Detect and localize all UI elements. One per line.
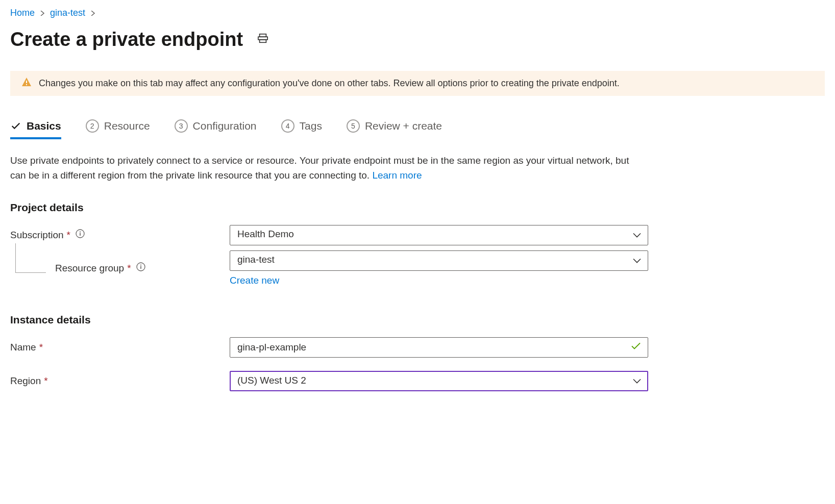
required-indicator: * (39, 342, 43, 353)
tab-description: Use private endpoints to privately conne… (10, 153, 643, 183)
step-number: 5 (347, 119, 360, 133)
svg-rect-10 (140, 266, 141, 269)
chevron-right-icon (90, 9, 95, 17)
warning-text: Changes you make on this tab may affect … (39, 78, 620, 89)
tabs: Basics 2 Resource 3 Configuration 4 Tags… (10, 116, 825, 140)
create-new-link[interactable]: Create new (230, 275, 279, 286)
section-instance-details: Instance details (10, 314, 825, 326)
learn-more-link[interactable]: Learn more (372, 170, 422, 181)
warning-banner: Changes you make on this tab may affect … (10, 71, 825, 96)
tab-review-create[interactable]: 5 Review + create (347, 116, 442, 140)
page-title: Create a private endpoint (10, 29, 243, 51)
required-indicator: * (67, 230, 70, 241)
breadcrumb: Home gina-test (10, 5, 825, 24)
breadcrumb-project[interactable]: gina-test (50, 8, 85, 18)
tab-basics[interactable]: Basics (10, 117, 61, 139)
tab-label: Tags (300, 120, 322, 132)
page-title-row: Create a private endpoint (10, 24, 825, 66)
svg-rect-3 (26, 81, 27, 83)
step-number: 2 (86, 119, 99, 133)
hierarchy-connector (15, 243, 46, 273)
step-number: 3 (175, 119, 188, 133)
required-indicator: * (44, 375, 47, 387)
tab-configuration[interactable]: 3 Configuration (175, 116, 257, 140)
name-input[interactable] (230, 337, 648, 358)
required-indicator: * (127, 263, 131, 274)
row-subscription: Subscription * Health Demo (10, 225, 825, 245)
check-icon (10, 120, 21, 132)
section-project-details: Project details (10, 201, 825, 214)
svg-point-6 (80, 232, 81, 233)
row-name: Name * (10, 337, 825, 358)
row-resource-group: Resource group * gina-test Create new (10, 250, 825, 286)
tab-label: Basics (27, 120, 61, 132)
description-text: Use private endpoints to privately conne… (10, 155, 629, 181)
svg-rect-2 (260, 40, 266, 43)
svg-rect-4 (26, 84, 27, 85)
region-select[interactable]: (US) West US 2 (230, 371, 648, 391)
step-number: 4 (281, 119, 294, 133)
tab-tags[interactable]: 4 Tags (281, 116, 322, 140)
tab-resource[interactable]: 2 Resource (86, 116, 150, 140)
tab-label: Review + create (365, 120, 442, 132)
subscription-value: Health Demo (230, 225, 648, 245)
chevron-right-icon (40, 9, 45, 17)
info-icon[interactable] (73, 229, 85, 241)
svg-rect-7 (80, 233, 81, 236)
label-region: Region (10, 375, 41, 387)
row-region: Region * (US) West US 2 (10, 371, 825, 391)
info-icon[interactable] (134, 262, 145, 274)
resource-group-select[interactable]: gina-test (230, 250, 648, 271)
svg-point-9 (140, 265, 141, 266)
pin-icon[interactable] (257, 33, 268, 46)
resource-group-value: gina-test (230, 250, 648, 271)
region-value: (US) West US 2 (230, 371, 648, 391)
tab-label: Configuration (193, 120, 257, 132)
tab-label: Resource (104, 120, 150, 132)
label-resource-group: Resource group (55, 263, 124, 274)
warning-icon (21, 77, 32, 90)
label-name: Name (10, 342, 36, 353)
subscription-select[interactable]: Health Demo (230, 225, 648, 245)
breadcrumb-home[interactable]: Home (10, 8, 35, 18)
check-icon (631, 342, 641, 352)
label-subscription: Subscription (10, 230, 64, 241)
